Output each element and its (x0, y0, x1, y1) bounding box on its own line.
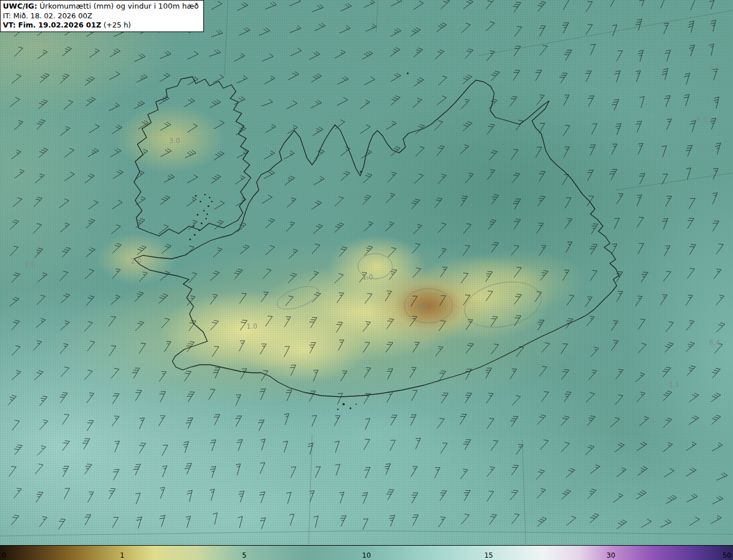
contour-ellipse (460, 275, 546, 334)
title-box: UWC/IG: Úrkomumætti (mm) og vindur i 100… (0, 0, 204, 32)
colorbar-tick: 10 (362, 551, 371, 559)
product-title-line: UWC/IG: Úrkomumætti (mm) og vindur i 100… (3, 2, 199, 11)
valid-time-line: VT: Fim. 19.02.2026 01Z (+25 h) (3, 21, 199, 30)
contour-ellipse (274, 282, 321, 314)
colorbar-tick: 5 (242, 551, 247, 559)
wind-barbs (8, 0, 727, 530)
graticule-lines (0, 0, 733, 544)
small-islands (190, 73, 409, 411)
wind-barb-glyphs (8, 0, 727, 530)
init-time-line: IT: Mið. 18. 02. 2026 00Z (3, 11, 199, 21)
colorbar-tick: 50 (723, 551, 731, 559)
weather-map-frame: 3.02.02.01.00.51.06.16.16.44.5 UWC/IG: Ú… (0, 0, 733, 560)
colorbar: 01510153050 (0, 545, 733, 560)
westfjords-coastline (134, 77, 251, 236)
iceland-coastline (134, 80, 619, 397)
valid-offset: (+25 h) (101, 21, 131, 29)
colorbar-tick: 1 (120, 551, 125, 559)
map-area: 3.02.02.01.00.51.06.16.16.44.5 UWC/IG: Ú… (0, 0, 733, 545)
map-overlay (0, 0, 733, 545)
model-label: UWC/IG: (3, 2, 37, 10)
valid-time: VT: Fim. 19.02.2026 01Z (3, 21, 101, 29)
contour-lines (274, 254, 546, 334)
colorbar-tick: 30 (606, 551, 615, 559)
contour-ellipse (358, 254, 392, 279)
colorbar-tick: 15 (484, 551, 493, 559)
product-title: Úrkomumætti (mm) og vindur i 100m hæð (37, 2, 199, 10)
colorbar-tick: 0 (2, 551, 6, 559)
